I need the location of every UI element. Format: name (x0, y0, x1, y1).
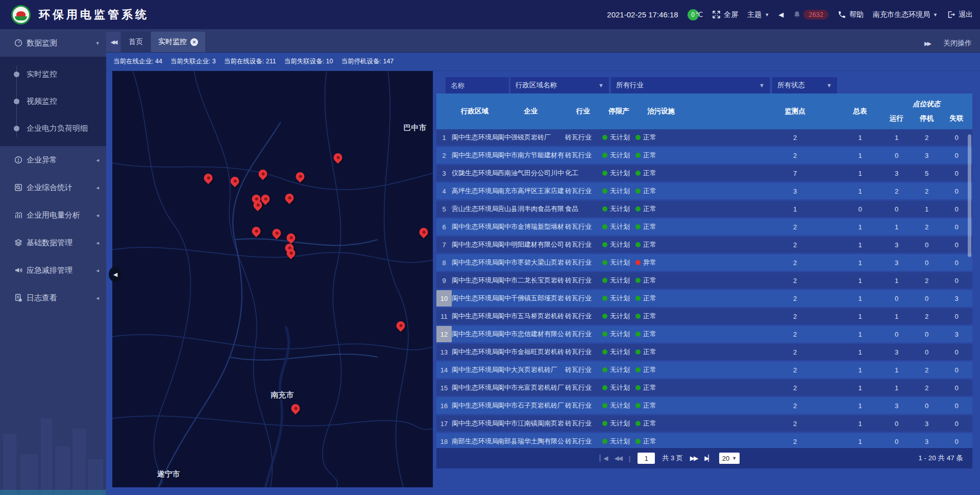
tab-scroll-right-icon[interactable]: ▶▶ (924, 40, 930, 47)
fullscreen-button[interactable]: 全屏 (712, 10, 738, 19)
cell-region: 阆中生态环境局 (452, 129, 500, 146)
table-scrollbar[interactable] (968, 134, 971, 257)
cell-region: 南部生态环境局 (452, 433, 500, 448)
exit-button[interactable]: 退出 (947, 10, 973, 19)
cell-facility: 正常 (635, 344, 687, 360)
cell-pts: 2 (750, 219, 840, 235)
table-row[interactable]: 14阆中生态环境局阆中大兴页岩机砖厂砖瓦行业无计划正常21120 (436, 362, 972, 378)
cell-region: 阆中生态环境局 (452, 362, 500, 378)
tab-1[interactable]: 实时监控× (151, 32, 205, 52)
collapse-sidebar-button[interactable]: ◀ (109, 267, 122, 282)
status-label: 无计划 (610, 258, 630, 267)
sidebar-item-6[interactable]: 日志查看◂ (0, 284, 106, 312)
cell-facility: 正常 (635, 290, 687, 307)
cell-meter: 1 (840, 237, 880, 253)
table-row[interactable]: 10阆中生态环境局阆中千佛镇五郎垭页岩砖瓦行业无计划正常21003 (436, 290, 972, 307)
table-row[interactable]: 18南部生态环境局南部县瑞华土陶有限公砖瓦行业无计划正常21030 (436, 433, 972, 448)
cell-lost: 0 (941, 272, 972, 289)
cell-company: 阆中市光富页岩机砖厂 (498, 380, 565, 396)
status-label: 正常 (643, 276, 656, 285)
table-row[interactable]: 9阆中生态环境局阆中市二龙长宝页岩砖砖瓦行业无计划正常21120 (436, 272, 972, 289)
next-page-icon[interactable]: ▶▶ (690, 455, 697, 462)
cell-facility: 正常 (635, 415, 687, 432)
help-button[interactable]: 帮助 (838, 10, 864, 19)
cell-region: 高坪生态环境局 (452, 183, 500, 199)
table-row[interactable]: 17阆中生态环境局阆中市江南镇阆南页岩砖瓦行业无计划正常21030 (436, 415, 972, 432)
sidebar-subitem-1[interactable]: 视频监控 (0, 88, 106, 115)
name-filter-input[interactable] (446, 77, 509, 93)
table-row[interactable]: 16阆中生态环境局阆中市石子页岩机砖厂砖瓦行业无计划正常21300 (436, 397, 972, 414)
status-label: 无计划 (610, 347, 630, 357)
cell-company: 阆中市忠信建材有限公 (498, 326, 565, 342)
log-file-icon (14, 293, 23, 302)
sidebar-subitem-0[interactable]: 实时监控 (0, 61, 106, 88)
table-row[interactable]: 6阆中生态环境局阆中市金博瑞新型墙材砖瓦行业无计划正常21120 (436, 219, 972, 235)
chevron-left-icon: ◂ (96, 295, 99, 301)
page-size-select[interactable]: 20 ▼ (719, 453, 740, 464)
cell-region: 阆中生态环境局 (452, 147, 500, 163)
status-label: 正常 (643, 437, 656, 446)
map-panel[interactable]: 巴中市南充市遂宁市 (112, 71, 433, 487)
col-stop: 停限产 (602, 93, 635, 129)
layers-icon (14, 238, 23, 247)
status-dot-icon (635, 206, 641, 211)
sidebar-subitem-label: 视频监控 (27, 97, 57, 106)
table-row[interactable]: 11阆中生态环境局阆中市五马桥页岩机砖砖瓦行业无计划正常21120 (436, 308, 972, 324)
cell-halt: 0 (913, 397, 941, 414)
table-row[interactable]: 7阆中生态环境局阆中明阳建材有限公司砖瓦行业无计划正常21300 (436, 237, 972, 253)
status-filter-select[interactable]: 所有状态 ▼ (772, 77, 837, 93)
region-filter-select[interactable]: 行政区域名称 ▼ (510, 77, 609, 93)
table-row[interactable]: 1阆中生态环境局阆中强锐页岩砖厂砖瓦行业无计划正常21120 (436, 129, 972, 146)
notifications[interactable]: 2632 (793, 10, 828, 19)
cell-pts: 2 (750, 129, 840, 146)
page-number-input[interactable] (638, 453, 655, 464)
table-row[interactable]: 15阆中生态环境局阆中市光富页岩机砖厂砖瓦行业无计划正常21120 (436, 380, 972, 396)
first-page-icon[interactable]: ▏◀ (600, 455, 607, 462)
cell-lost: 0 (941, 380, 972, 396)
status-dot-icon (602, 296, 607, 301)
stat-4: 当前停机设备: 147 (341, 57, 394, 66)
table-row[interactable]: 12阆中生态环境局阆中市忠信建材有限公砖瓦行业无计划正常21003 (436, 326, 972, 342)
sidebar-item-label: 企业异常 (27, 155, 57, 165)
tab-0[interactable]: 首页 (121, 32, 150, 52)
sidebar-item-4[interactable]: 基础数据管理◂ (0, 229, 106, 256)
cell-i: 6 (436, 219, 452, 235)
cell-company: 阆中强锐页岩砖厂 (498, 129, 565, 146)
theme-dropdown[interactable]: 主题 ▼ (747, 10, 769, 19)
cell-lost: 0 (941, 433, 972, 448)
col-lost: 失联 (941, 114, 972, 123)
cell-pts: 2 (750, 344, 840, 360)
table-row[interactable]: 13阆中生态环境局阆中市金福旺页岩机砖砖瓦行业无计划正常21300 (436, 344, 972, 360)
chevron-down-icon: ▼ (759, 82, 765, 88)
cell-pts: 1 (750, 201, 840, 217)
status-label: 正常 (643, 151, 656, 160)
industry-filter-select[interactable]: 所有行业 ▼ (611, 77, 770, 93)
chevron-down-icon: ▼ (765, 12, 769, 17)
sidebar-subitem-2[interactable]: 企业电力负荷明细 (0, 115, 106, 142)
last-page-icon[interactable]: ▶▏ (704, 455, 712, 462)
sidebar-item-5[interactable]: 应急减排管理◂ (0, 256, 106, 284)
speaker-icon[interactable]: ◀ (778, 11, 783, 18)
org-dropdown[interactable]: 南充市生态环境局 ▼ (873, 10, 938, 19)
close-tab-icon[interactable]: × (190, 38, 198, 46)
sidebar-item-1[interactable]: 企业异常◂ (0, 146, 106, 174)
cell-i: 15 (436, 380, 452, 396)
cell-lost: 0 (941, 415, 972, 432)
cell-meter: 1 (840, 272, 880, 289)
sidebar-item-2[interactable]: 企业综合统计◂ (0, 174, 106, 201)
table-row[interactable]: 3仪陇生态环境局西南油气田分公司川中化工无计划正常71350 (436, 165, 972, 181)
prev-page-icon[interactable]: ◀◀ (614, 455, 621, 462)
cell-run: 2 (880, 183, 913, 199)
sidebar-item-3[interactable]: 企业用电量分析◂ (0, 201, 106, 229)
tab-scroll-left-icon[interactable]: ◀◀ (106, 32, 120, 52)
cell-i: 1 (436, 129, 452, 146)
table-row[interactable]: 2阆中生态环境局阆中市南方节能建材有砖瓦行业无计划正常21030 (436, 147, 972, 163)
stats-search-icon (14, 183, 23, 192)
table-row[interactable]: 4高坪生态环境局南充市高坪区王家店建砖瓦行业无计划正常31220 (436, 183, 972, 199)
close-operations-button[interactable]: 关闭操作 (943, 39, 972, 48)
cell-halt: 2 (913, 380, 941, 396)
table-row[interactable]: 5营山生态环境局营山县润丰肉食品有限食品无计划正常10010 (436, 201, 972, 217)
table-row[interactable]: 8阆中生态环境局阆中市枣碧大梁山页岩砖瓦行业无计划异常21300 (436, 254, 972, 271)
sidebar-item-0[interactable]: 数据监测▾ (0, 29, 106, 57)
cell-facility: 正常 (635, 129, 687, 146)
